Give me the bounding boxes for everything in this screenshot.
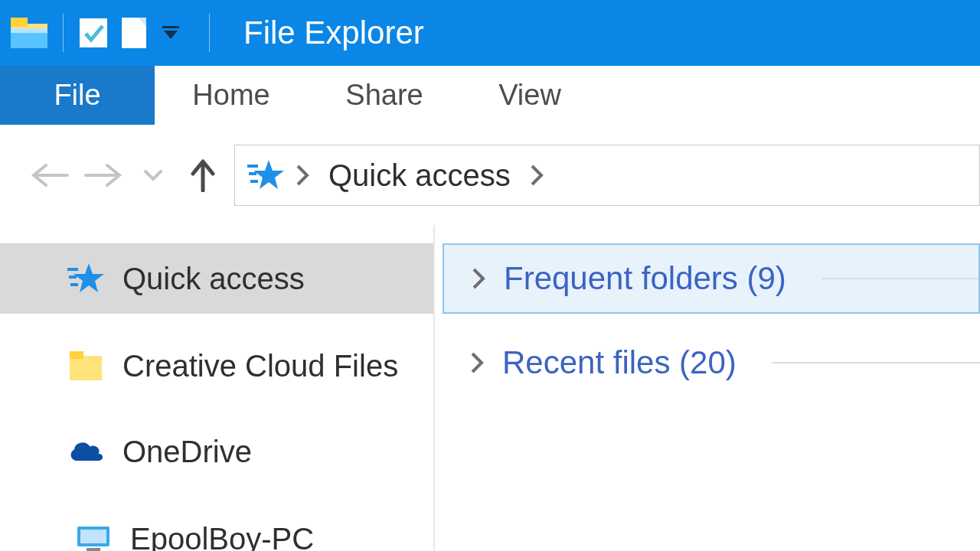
sidebar-item-label: Creative Cloud Files <box>122 349 398 383</box>
tab-file[interactable]: File <box>0 66 155 125</box>
sidebar-item-creative-cloud[interactable]: Creative Cloud Files <box>0 331 433 401</box>
title-bar: File Explorer <box>0 0 980 66</box>
svg-marker-9 <box>253 160 284 189</box>
tab-share[interactable]: Share <box>308 66 461 125</box>
window-title: File Explorer <box>243 15 424 51</box>
file-explorer-icon <box>6 0 52 66</box>
quick-access-star-icon <box>244 158 287 192</box>
properties-icon[interactable] <box>74 0 113 66</box>
back-button[interactable] <box>23 164 77 187</box>
sidebar-item-onedrive[interactable]: OneDrive <box>0 416 433 487</box>
chevron-right-icon[interactable] <box>521 164 552 187</box>
separator <box>63 14 64 52</box>
svg-rect-14 <box>80 530 106 543</box>
chevron-right-icon[interactable] <box>467 267 490 290</box>
svg-rect-1 <box>11 18 28 27</box>
folder-icon <box>67 347 104 384</box>
group-frequent-folders[interactable]: Frequent folders (9) <box>443 243 980 314</box>
sidebar-item-label: EpoolBoy-PC <box>130 522 314 552</box>
onedrive-cloud-icon <box>67 433 104 470</box>
content-pane: Frequent folders (9) Recent files (20) <box>435 225 980 551</box>
new-item-icon[interactable] <box>113 0 155 66</box>
tab-view[interactable]: View <box>461 66 599 125</box>
svg-rect-12 <box>70 351 83 359</box>
svg-rect-7 <box>162 26 179 28</box>
chevron-right-icon[interactable] <box>466 351 488 374</box>
svg-rect-15 <box>87 548 100 551</box>
ribbon-tabs: File Home Share View <box>0 66 980 126</box>
svg-rect-11 <box>70 356 102 380</box>
sidebar-item-label: Quick access <box>122 262 305 296</box>
quick-access-star-icon <box>67 260 104 297</box>
navigation-bar: Quick access <box>0 126 980 225</box>
sidebar-item-this-pc[interactable]: EpoolBoy-PC <box>0 504 433 551</box>
group-recent-files[interactable]: Recent files (20) <box>443 328 980 398</box>
address-bar[interactable]: Quick access <box>234 145 980 206</box>
up-button[interactable] <box>176 158 230 192</box>
svg-rect-3 <box>11 28 47 33</box>
group-divider <box>772 362 980 364</box>
forward-button[interactable] <box>77 164 130 187</box>
group-divider <box>822 278 978 279</box>
computer-icon <box>75 520 112 551</box>
tab-home[interactable]: Home <box>155 66 308 125</box>
separator <box>209 14 210 52</box>
body: Quick access Creative Cloud Files OneDri… <box>0 225 980 551</box>
group-label: Frequent folders (9) <box>504 260 786 297</box>
svg-marker-8 <box>164 31 178 39</box>
svg-rect-4 <box>80 18 107 47</box>
group-label: Recent files (20) <box>502 344 737 381</box>
sidebar-item-quick-access[interactable]: Quick access <box>0 243 433 314</box>
sidebar-item-label: OneDrive <box>122 435 252 469</box>
chevron-right-icon[interactable] <box>287 164 318 187</box>
address-segment[interactable]: Quick access <box>318 158 521 193</box>
history-dropdown[interactable] <box>130 169 176 181</box>
svg-marker-10 <box>74 263 104 292</box>
quick-access-dropdown-icon[interactable] <box>155 0 186 66</box>
navigation-pane: Quick access Creative Cloud Files OneDri… <box>0 225 435 551</box>
